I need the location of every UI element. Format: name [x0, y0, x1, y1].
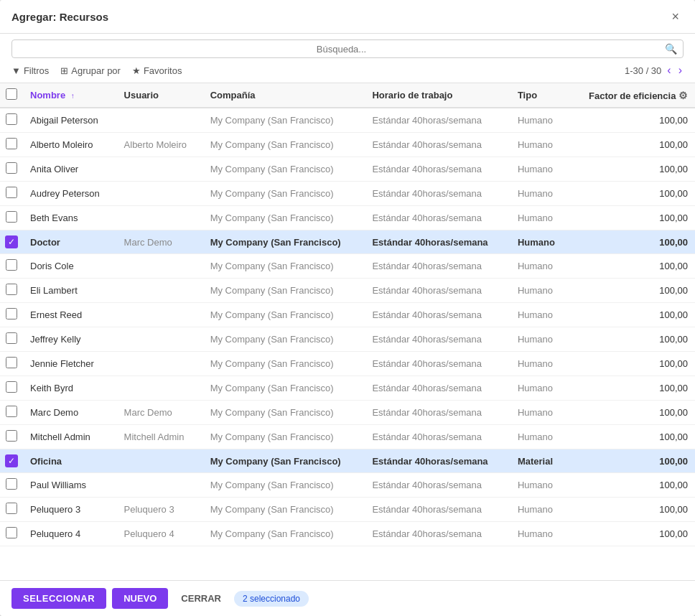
table-row: ✓DoctorMarc DemoMy Company (San Francisc… — [0, 230, 695, 254]
row-checkbox[interactable] — [6, 162, 17, 174]
row-checkbox[interactable] — [6, 113, 17, 125]
row-checkbox[interactable] — [6, 381, 17, 393]
pagination-text: 1-30 / 30 — [625, 65, 661, 76]
row-checkbox[interactable] — [6, 527, 17, 538]
row-horario: Estándar 40horas/semana — [365, 279, 510, 303]
prev-page-button[interactable]: ‹ — [666, 64, 672, 77]
row-checkbox-cell[interactable] — [0, 327, 23, 352]
row-horario: Estándar 40horas/semana — [365, 157, 510, 182]
search-bar: 🔍 — [11, 39, 684, 58]
row-tipo: Humano — [510, 279, 568, 303]
row-usuario — [117, 352, 203, 376]
new-button[interactable]: NUEVO — [112, 588, 168, 609]
table-row: Mitchell AdminMitchell AdminMy Company (… — [0, 425, 695, 449]
row-checkbox-cell[interactable] — [0, 157, 23, 182]
table-row: ✓OficinaMy Company (San Francisco)Estánd… — [0, 449, 695, 473]
sort-asc-icon: ↑ — [71, 92, 75, 100]
row-factor: 100,00 — [568, 254, 695, 279]
row-checkbox-cell[interactable] — [0, 522, 23, 546]
row-horario: Estándar 40horas/semana — [365, 327, 510, 352]
row-horario: Estándar 40horas/semana — [365, 522, 510, 546]
row-factor: 100,00 — [568, 279, 695, 303]
row-checkbox-cell[interactable]: ✓ — [0, 230, 23, 254]
row-checkbox-cell[interactable] — [0, 206, 23, 230]
group-by-button[interactable]: ⊞ Agrupar por — [60, 65, 121, 76]
row-checkbox[interactable] — [6, 478, 17, 490]
row-nombre: Keith Byrd — [23, 376, 117, 401]
row-horario: Estándar 40horas/semana — [365, 473, 510, 498]
row-checkbox[interactable] — [6, 503, 17, 514]
row-nombre: Oficina — [23, 449, 117, 473]
filter-bar: ▼ Filtros ⊞ Agrupar por ★ Favoritos 1-30… — [11, 64, 684, 77]
row-nombre: Doris Cole — [23, 254, 117, 279]
favorites-button[interactable]: ★ Favoritos — [132, 65, 182, 76]
row-checkbox[interactable] — [6, 332, 17, 344]
row-factor: 100,00 — [568, 230, 695, 254]
row-horario: Estándar 40horas/semana — [365, 254, 510, 279]
row-checkbox-checked[interactable]: ✓ — [5, 454, 18, 467]
row-checkbox-cell[interactable] — [0, 425, 23, 449]
row-checkbox[interactable] — [6, 259, 17, 271]
row-checkbox-cell[interactable] — [0, 401, 23, 425]
row-checkbox[interactable] — [6, 357, 17, 368]
close-button[interactable]: CERRAR — [174, 588, 228, 609]
row-tipo: Material — [510, 449, 568, 473]
row-checkbox[interactable] — [6, 430, 17, 442]
row-usuario — [117, 327, 203, 352]
row-checkbox-cell[interactable] — [0, 303, 23, 327]
group-icon: ⊞ — [60, 65, 68, 76]
row-checkbox[interactable] — [6, 211, 17, 223]
row-factor: 100,00 — [568, 425, 695, 449]
row-compania: My Company (San Francisco) — [203, 498, 365, 522]
row-checkbox-cell[interactable]: ✓ — [0, 449, 23, 473]
row-checkbox-cell[interactable] — [0, 279, 23, 303]
row-factor: 100,00 — [568, 108, 695, 133]
row-usuario — [117, 449, 203, 473]
select-all-header[interactable] — [0, 83, 23, 108]
row-checkbox-cell[interactable] — [0, 133, 23, 157]
row-compania: My Company (San Francisco) — [203, 473, 365, 498]
row-usuario: Peluquero 4 — [117, 522, 203, 546]
row-checkbox-cell[interactable] — [0, 254, 23, 279]
row-usuario: Marc Demo — [117, 401, 203, 425]
row-factor: 100,00 — [568, 449, 695, 473]
selected-badge: 2 seleccionado — [234, 591, 309, 607]
row-compania: My Company (San Francisco) — [203, 157, 365, 182]
filter-actions: ▼ Filtros ⊞ Agrupar por ★ Favoritos — [11, 65, 182, 76]
column-settings-icon[interactable]: ⚙ — [678, 90, 688, 101]
row-tipo: Humano — [510, 133, 568, 157]
row-checkbox[interactable] — [6, 406, 17, 417]
row-checkbox[interactable] — [6, 187, 17, 198]
modal-title: Agregar: Recursos — [11, 11, 108, 23]
row-checkbox-cell[interactable] — [0, 352, 23, 376]
row-checkbox[interactable] — [6, 138, 17, 149]
table-body: Abigail PetersonMy Company (San Francisc… — [0, 108, 695, 546]
row-checkbox-cell[interactable] — [0, 182, 23, 206]
table-row: Keith ByrdMy Company (San Francisco)Está… — [0, 376, 695, 401]
search-input[interactable] — [18, 44, 665, 55]
filters-button[interactable]: ▼ Filtros — [11, 65, 49, 76]
table-row: Beth EvansMy Company (San Francisco)Está… — [0, 206, 695, 230]
row-factor: 100,00 — [568, 303, 695, 327]
row-nombre: Mitchell Admin — [23, 425, 117, 449]
toolbar: 🔍 ▼ Filtros ⊞ Agrupar por ★ Favoritos 1-… — [0, 34, 695, 83]
row-compania: My Company (San Francisco) — [203, 254, 365, 279]
row-tipo: Humano — [510, 327, 568, 352]
table-row: Anita OliverMy Company (San Francisco)Es… — [0, 157, 695, 182]
table-header-row: Nombre ↑ Usuario Compañía Horario de tra… — [0, 83, 695, 108]
next-page-button[interactable]: › — [677, 64, 684, 77]
close-icon-button[interactable]: × — [667, 9, 684, 24]
select-all-checkbox[interactable] — [6, 88, 17, 100]
row-checkbox[interactable] — [6, 308, 17, 319]
row-tipo: Humano — [510, 376, 568, 401]
row-checkbox-cell[interactable] — [0, 376, 23, 401]
row-checkbox[interactable] — [6, 284, 17, 295]
row-checkbox-cell[interactable] — [0, 498, 23, 522]
row-checkbox-cell[interactable] — [0, 473, 23, 498]
row-checkbox-checked[interactable]: ✓ — [5, 235, 18, 248]
col-header-nombre[interactable]: Nombre ↑ — [23, 83, 117, 108]
row-tipo: Humano — [510, 522, 568, 546]
row-factor: 100,00 — [568, 401, 695, 425]
select-button[interactable]: SELECCIONAR — [11, 588, 106, 609]
row-checkbox-cell[interactable] — [0, 108, 23, 133]
